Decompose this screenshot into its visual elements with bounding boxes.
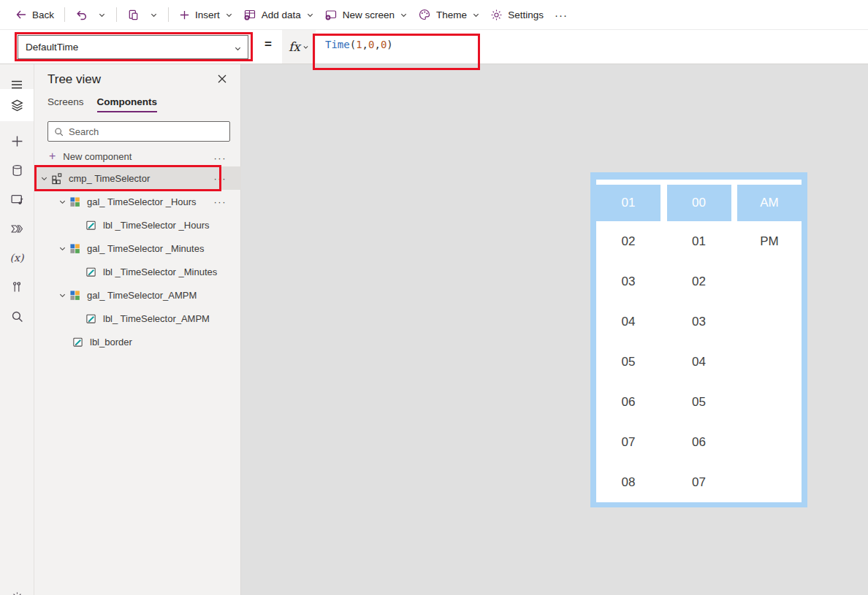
tree-search-box <box>47 121 230 142</box>
undo-button[interactable] <box>70 4 93 26</box>
settings-label: Settings <box>508 9 544 20</box>
tab-screens[interactable]: Screens <box>47 96 84 112</box>
tree-item-gal-minutes[interactable]: gal_ TimeSelector _Minutes <box>34 237 241 260</box>
database-icon <box>11 164 23 177</box>
panel-close-button[interactable] <box>217 74 227 87</box>
formula-function: Time <box>325 39 350 50</box>
search-nav-button[interactable] <box>0 302 34 331</box>
gallery-icon <box>69 290 82 301</box>
tree-view-panel: Tree view Screens Components + New compo… <box>34 64 241 595</box>
new-screen-button[interactable]: New screen <box>319 4 413 26</box>
property-value: DefaultTime <box>26 42 78 53</box>
minute-item[interactable]: 01 <box>667 221 731 261</box>
add-data-label: Add data <box>262 9 301 20</box>
fx-button[interactable]: fx <box>282 30 316 64</box>
label-icon <box>85 313 98 324</box>
tree-item-gal-hours[interactable]: gal_ TimeSelector _Hours ··· <box>34 190 241 213</box>
hour-item[interactable]: 03 <box>596 261 660 302</box>
chevron-down-icon[interactable] <box>56 291 68 299</box>
minute-item[interactable]: 06 <box>667 422 731 462</box>
tree-item-lbl-minutes[interactable]: lbl _TimeSelector _Minutes <box>34 260 241 283</box>
formula-paren: ( <box>350 39 356 50</box>
tree-item-cmp-timeselector[interactable]: cmp_ TimeSelector ··· <box>34 166 241 190</box>
variables-icon: (x) <box>10 252 24 264</box>
panel-tabs: Screens Components <box>47 96 157 112</box>
tab-components[interactable]: Components <box>97 96 158 112</box>
add-data-chevron-icon <box>306 11 314 19</box>
ampm-item[interactable]: PM <box>737 221 802 261</box>
chevron-down-icon[interactable] <box>56 198 68 206</box>
plus-icon <box>179 9 190 20</box>
ampm-item-selected[interactable]: AM <box>737 185 802 221</box>
minute-item[interactable]: 07 <box>667 462 731 502</box>
new-component-label: New component <box>63 151 132 162</box>
hour-item[interactable]: 02 <box>596 221 660 261</box>
formula-arg: 1 <box>356 39 362 50</box>
hour-item[interactable]: 08 <box>596 462 660 502</box>
new-screen-label: New screen <box>343 9 395 20</box>
top-toolbar: Back Insert Add data New screen <box>0 0 868 30</box>
tree-item-lbl-ampm[interactable]: lbl_ TimeSelector_AMPM <box>34 307 241 330</box>
design-canvas: 01 02 03 04 05 06 07 08 00 01 02 03 04 0… <box>241 64 868 595</box>
back-button[interactable]: Back <box>10 4 59 26</box>
plus-icon: + <box>49 150 56 162</box>
undo-dropdown-chevron[interactable] <box>93 4 111 26</box>
formula-input[interactable]: Time(1,0,0) <box>325 39 393 50</box>
tree-item-label: lbl_ TimeSelector_AMPM <box>103 313 210 324</box>
hour-item[interactable]: 05 <box>596 342 660 382</box>
settings-button[interactable]: Settings <box>485 4 549 26</box>
data-nav-button[interactable] <box>0 156 34 185</box>
minute-item[interactable]: 02 <box>667 261 731 302</box>
fx-icon: fx <box>289 39 300 54</box>
paste-button[interactable] <box>122 4 145 26</box>
power-automate-nav-button[interactable] <box>0 214 34 243</box>
minute-item-selected[interactable]: 00 <box>667 185 731 221</box>
advanced-tools-nav-button[interactable] <box>0 272 34 302</box>
new-screen-icon <box>324 8 338 21</box>
tree-item-lbl-hours[interactable]: lbl _TimeSelector _Hours <box>34 213 241 237</box>
hour-item[interactable]: 07 <box>596 422 660 462</box>
tree-item-more-button[interactable]: ··· <box>214 196 227 207</box>
tree-item-label: lbl _TimeSelector _Minutes <box>103 266 217 277</box>
tree-item-more-button[interactable]: ··· <box>214 173 227 184</box>
minute-item[interactable]: 05 <box>667 382 731 422</box>
hour-item[interactable]: 04 <box>596 302 660 342</box>
variables-nav-button[interactable]: (x) <box>0 243 34 272</box>
tree-view-nav-button[interactable] <box>0 89 34 121</box>
hours-gallery: 01 02 03 04 05 06 07 08 <box>596 185 660 502</box>
insert-nav-button[interactable] <box>0 126 34 156</box>
clipboard-icon <box>127 9 140 21</box>
new-component-more-button[interactable]: ··· <box>214 153 227 164</box>
new-screen-chevron-icon <box>400 11 408 19</box>
chevron-down-icon[interactable] <box>56 245 68 253</box>
rail-settings-button[interactable] <box>0 583 34 595</box>
minute-item[interactable]: 03 <box>667 302 731 342</box>
add-data-button[interactable]: Add data <box>238 4 319 26</box>
label-icon <box>85 220 98 231</box>
hour-item-selected[interactable]: 01 <box>596 185 660 221</box>
add-data-icon <box>243 8 256 21</box>
back-label: Back <box>32 9 54 20</box>
search-input[interactable] <box>69 126 224 137</box>
toolbar-separator <box>64 7 65 22</box>
close-icon <box>217 74 227 84</box>
toolbar-overflow-button[interactable]: ··· <box>549 9 574 21</box>
minute-item[interactable]: 04 <box>667 342 731 382</box>
theme-button[interactable]: Theme <box>413 4 485 26</box>
ampm-gallery: AM PM <box>737 185 802 502</box>
layers-icon <box>10 99 24 112</box>
new-component-button[interactable]: + New component ··· <box>34 146 241 166</box>
gear-icon <box>11 591 23 595</box>
property-dropdown[interactable]: DefaultTime <box>18 35 248 59</box>
insert-button[interactable]: Insert <box>174 4 238 26</box>
tree-item-lbl-border[interactable]: lbl_border <box>34 330 241 353</box>
formula-comma: , <box>362 39 368 50</box>
chevron-down-icon[interactable] <box>38 174 50 183</box>
undo-icon <box>75 9 88 21</box>
media-nav-button[interactable] <box>0 185 34 214</box>
paste-dropdown-chevron[interactable] <box>145 4 163 26</box>
insert-label: Insert <box>195 9 220 20</box>
tree-item-gal-ampm[interactable]: gal_ TimeSelector_AMPM <box>34 283 241 307</box>
tree-item-label: gal_ TimeSelector _Hours <box>87 196 197 207</box>
hour-item[interactable]: 06 <box>596 382 660 422</box>
